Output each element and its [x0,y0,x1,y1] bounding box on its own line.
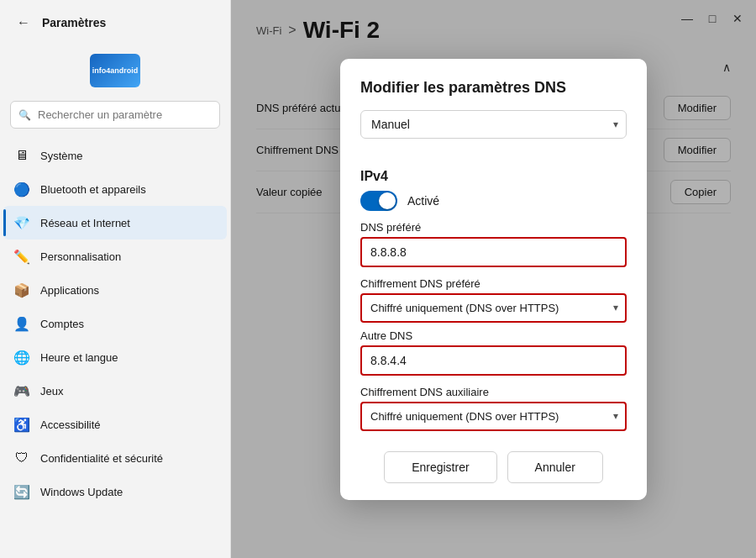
accessibility-icon: ♿ [13,416,30,433]
sidebar-item-label: Windows Update [40,486,123,498]
dialog-footer: Enregistrer Annuler [340,438,647,500]
sidebar-header: ← Paramètres [0,0,230,45]
toggle-knob [379,192,396,209]
sidebar-item-comptes[interactable]: 👤 Comptes [3,307,227,340]
privacy-icon: 🛡 [13,450,30,466]
sidebar-item-jeux[interactable]: 🎮 Jeux [3,374,227,408]
sidebar-item-label: Personnalisation [40,250,121,263]
preferred-encryption-field-label: Chiffrement DNS préféré [360,277,627,290]
logo: info4android [90,54,140,87]
dialog-overlay: Modifier les paramètres DNS Manuel Autom… [231,0,756,558]
dns-dialog: Modifier les paramètres DNS Manuel Autom… [340,59,647,500]
sidebar-item-label: Bluetooth et appareils [40,183,146,196]
sidebar-item-apps[interactable]: 📦 Applications [3,273,227,307]
sidebar-item-label: Jeux [40,385,63,397]
sidebar-item-heure[interactable]: 🌐 Heure et langue [3,340,227,374]
sidebar-title: Paramètres [42,16,106,29]
sidebar-item-label: Heure et langue [40,351,118,364]
sidebar-item-label: Accessibilité [40,418,101,431]
sidebar-item-accessibilite[interactable]: ♿ Accessibilité [3,408,227,441]
network-icon: 💎 [13,214,30,231]
update-icon: 🔄 [13,483,30,500]
sidebar-item-perso[interactable]: ✏️ Personnalisation [3,240,227,273]
mode-select[interactable]: Manuel Automatique [360,110,627,139]
bluetooth-icon: 🔵 [13,181,30,197]
accounts-icon: 👤 [13,315,30,332]
cancel-button[interactable]: Annuler [507,451,603,483]
sidebar-item-systeme[interactable]: 🖥 Système [3,139,227,172]
sidebar-item-label: Applications [40,284,99,297]
dialog-body: IPv4 Activé DNS préféré Chiffrement DNS … [340,159,647,438]
preferred-encryption-select[interactable]: Chiffré uniquement (DNS over HTTPS) Non … [360,293,627,323]
personalization-icon: ✏️ [13,248,30,265]
time-icon: 🌐 [13,349,30,366]
main-content: — □ ✕ Wi-Fi > Wi-Fi 2 ∧ DNS préféré actu… [231,0,756,558]
back-button[interactable]: ← [13,12,34,34]
dialog-header: Modifier les paramètres DNS Manuel Autom… [340,59,647,159]
sidebar-item-label: Confidentialité et sécurité [40,452,163,465]
sidebar: ← Paramètres info4android 🔍 🖥 Système 🔵 … [0,0,231,558]
sidebar-item-label: Réseau et Internet [40,217,130,229]
auxiliary-encryption-wrapper: Chiffré uniquement (DNS over HTTPS) Non … [360,402,627,431]
search-icon: 🔍 [18,109,31,121]
logo-area: info4android [0,45,230,101]
auxiliary-encryption-field-label: Chiffrement DNS auxiliaire [360,386,627,398]
preferred-dns-field-label: DNS préféré [360,221,627,234]
mode-select-wrapper: Manuel Automatique ▾ [360,110,627,139]
monitor-icon: 🖥 [13,147,30,164]
search-input[interactable] [10,101,220,129]
sidebar-item-label: Système [40,150,83,162]
sidebar-item-windows-update[interactable]: 🔄 Windows Update [3,475,227,508]
sidebar-item-reseau[interactable]: 💎 Réseau et Internet [3,206,227,240]
toggle-label: Activé [407,194,439,208]
games-icon: 🎮 [13,382,30,399]
ipv4-toggle[interactable] [360,191,397,211]
search-box: 🔍 [10,101,220,129]
preferred-encryption-wrapper: Chiffré uniquement (DNS over HTTPS) Non … [360,293,627,323]
sidebar-item-bluetooth[interactable]: 🔵 Bluetooth et appareils [3,172,227,206]
other-dns-field-label: Autre DNS [360,329,627,342]
preferred-dns-input[interactable] [360,237,627,267]
sidebar-item-confidentialite[interactable]: 🛡 Confidentialité et sécurité [3,441,227,475]
apps-icon: 📦 [13,282,30,298]
save-button[interactable]: Enregistrer [384,451,496,483]
other-dns-input[interactable] [360,345,627,376]
nav-list: 🖥 Système 🔵 Bluetooth et appareils 💎 Rés… [0,139,230,558]
sidebar-item-label: Comptes [40,318,84,330]
auxiliary-encryption-select[interactable]: Chiffré uniquement (DNS over HTTPS) Non … [360,402,627,431]
ipv4-section-label: IPv4 [360,169,627,184]
toggle-row: Activé [360,191,627,211]
dialog-title: Modifier les paramètres DNS [360,79,627,97]
